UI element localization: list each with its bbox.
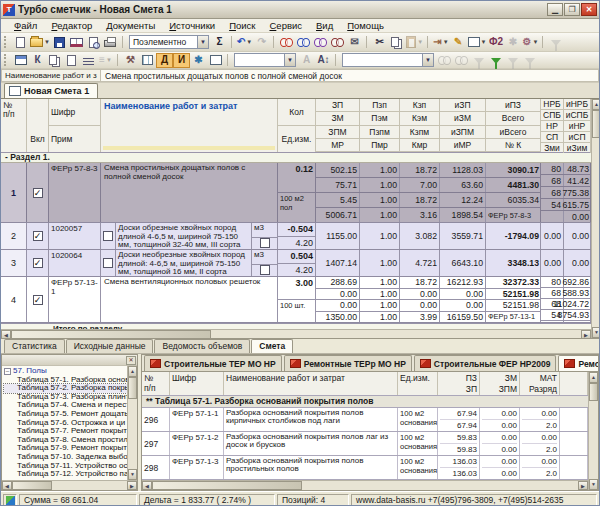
- estimate-row[interactable]: 1✓ФЕРр 57-8-3Смена простильных дощатых п…: [1, 163, 591, 223]
- catalog-tab[interactable]: Строительные ФЕР НР2009: [414, 355, 557, 371]
- catalog-row[interactable]: 296ФЕРр 57-1-1Разборка оснований покрыти…: [142, 408, 588, 432]
- toolbar-grip[interactable]: [4, 36, 9, 49]
- copy-icon[interactable]: [388, 35, 405, 50]
- cut-icon[interactable]: ✂: [371, 35, 388, 50]
- search-text-combo[interactable]: ▼: [342, 53, 434, 67]
- new-document-icon[interactable]: [12, 35, 29, 50]
- menu-Сервис[interactable]: Сервис: [262, 19, 309, 32]
- find-down-icon[interactable]: [453, 53, 470, 68]
- filter-check-icon[interactable]: [487, 53, 504, 68]
- scroll-left-icon[interactable]: ◀: [2, 481, 12, 490]
- save-icon[interactable]: [51, 35, 68, 50]
- f2-icon[interactable]: Ф2: [488, 35, 505, 50]
- scroll-left-icon[interactable]: ◀: [1, 330, 11, 338]
- vscroll-thumb[interactable]: [592, 110, 600, 138]
- undo-icon[interactable]: ↶▼: [236, 35, 253, 50]
- coefficients-icon[interactable]: К: [29, 53, 46, 68]
- filter-x2-icon[interactable]: [521, 53, 538, 68]
- view-tab-Статистика[interactable]: Статистика: [4, 339, 65, 353]
- find-up-icon[interactable]: [436, 53, 453, 68]
- font-icon[interactable]: А: [298, 53, 315, 68]
- mail-icon[interactable]: ✉: [346, 35, 363, 50]
- list-icon[interactable]: ▼: [467, 35, 488, 50]
- view-tab-Ведомость объемов[interactable]: Ведомость объемов: [154, 339, 250, 353]
- view-mode-combo[interactable]: Поэлементно▼: [129, 35, 209, 49]
- hscroll-thumb[interactable]: [152, 481, 302, 490]
- estimate-row[interactable]: 3✓1020064Доски необрезные хвойных пород …: [1, 250, 591, 277]
- scroll-down-icon[interactable]: ▼: [589, 479, 598, 490]
- close-button[interactable]: ✕: [581, 3, 597, 16]
- vscroll-thumb[interactable]: [589, 383, 598, 401]
- menu-Поиск[interactable]: Поиск: [222, 19, 262, 32]
- find-replace-icon[interactable]: [312, 35, 329, 50]
- material-checkbox[interactable]: [103, 258, 113, 268]
- catalog-row[interactable]: 297ФЕРр 57-1-2Разборка оснований покрыти…: [142, 432, 588, 456]
- menu-Помощь[interactable]: Помощь: [340, 19, 391, 32]
- unit-checkbox[interactable]: [260, 238, 270, 248]
- filter-x-icon[interactable]: [504, 53, 521, 68]
- search-code-combo[interactable]: ▼: [234, 53, 296, 67]
- catalog-group-row[interactable]: ** Таблица 57-1. Разборка оснований покр…: [142, 396, 588, 408]
- open-document-icon[interactable]: ▼: [29, 35, 51, 50]
- collapse-icon[interactable]: –: [4, 368, 11, 375]
- print-icon[interactable]: [102, 35, 119, 50]
- section-row[interactable]: - Раздел 1.: [1, 153, 591, 163]
- table-view-icon[interactable]: [207, 53, 224, 68]
- print-preview-icon[interactable]: [85, 35, 102, 50]
- menu-Редактор[interactable]: Редактор: [44, 19, 99, 32]
- estimate-row[interactable]: 2✓1020057Доски обрезные хвойных пород дл…: [1, 223, 591, 250]
- structure-icon[interactable]: [80, 53, 97, 68]
- group-icon[interactable]: ⚙▼: [522, 35, 540, 50]
- hscroll-thumb[interactable]: [12, 481, 52, 490]
- catalog-tab[interactable]: Ремонтные ФЕРр НР2009: [558, 355, 598, 371]
- sum-icon[interactable]: Σ: [211, 35, 228, 50]
- tree-vscrollbar[interactable]: ▲ ▼: [127, 366, 137, 480]
- scroll-up-icon[interactable]: ▲: [128, 366, 137, 377]
- scroll-right-icon[interactable]: ▶: [578, 481, 588, 490]
- hscroll-thumb[interactable]: [11, 330, 211, 338]
- chevron-down-icon[interactable]: ▼: [284, 54, 295, 66]
- menu-Файл[interactable]: Файл: [7, 19, 44, 32]
- chevron-down-icon[interactable]: ▼: [422, 54, 433, 66]
- scroll-up-icon[interactable]: ▲: [592, 99, 600, 110]
- columns-icon[interactable]: [139, 53, 156, 68]
- redo-icon[interactable]: ↷: [253, 35, 270, 50]
- view-tab-Смета[interactable]: Смета: [251, 339, 293, 353]
- find-code-icon[interactable]: [278, 35, 295, 50]
- catalog-tab[interactable]: Ремонтные ТЕРр МО НР: [284, 355, 412, 371]
- filter-main-icon[interactable]: [547, 35, 564, 50]
- tree-item[interactable]: Таблица 57-12. Устройство па: [4, 470, 127, 479]
- scroll-down-icon[interactable]: ▼: [592, 327, 600, 338]
- scroll-down-icon[interactable]: ▼: [128, 469, 137, 480]
- insert-position-icon[interactable]: ⇥▼: [432, 35, 449, 50]
- menu-Вид[interactable]: Вид: [309, 19, 340, 32]
- estimate-grid-vscrollbar[interactable]: ▲ ▼: [591, 99, 600, 338]
- wizard-icon[interactable]: ✱: [190, 53, 207, 68]
- view-tab-Исходные данные[interactable]: Исходные данные: [66, 339, 154, 353]
- scroll-up-icon[interactable]: ▲: [589, 372, 598, 383]
- vscroll-thumb[interactable]: [128, 377, 137, 399]
- filter-clear-icon[interactable]: [470, 53, 487, 68]
- find-resource-icon[interactable]: [329, 35, 346, 50]
- menu-Документы[interactable]: Документы: [99, 19, 162, 32]
- additions-toggle[interactable]: Д: [156, 53, 173, 68]
- estimate-row[interactable]: 4✓ФЕРр 57-13-1Смена вентиляционных полов…: [1, 277, 591, 323]
- include-checkbox[interactable]: ✓: [33, 295, 43, 305]
- include-checkbox[interactable]: ✓: [33, 258, 43, 268]
- sort-icon[interactable]: А↕: [315, 53, 332, 68]
- material-checkbox[interactable]: [103, 231, 113, 241]
- catalog-row[interactable]: 298ФЕРр 57-1-3Разборка оснований покрыти…: [142, 456, 588, 480]
- paste-icon[interactable]: ▼: [405, 35, 424, 50]
- pages-icon[interactable]: [63, 53, 80, 68]
- include-checkbox[interactable]: ✓: [33, 231, 43, 241]
- menu-Источники[interactable]: Источники: [162, 19, 222, 32]
- estimate-grid-hscrollbar[interactable]: ◀ ▶: [1, 329, 591, 338]
- levels-icon[interactable]: ≡▼: [97, 53, 114, 68]
- toolbar-grip[interactable]: [4, 54, 9, 65]
- resource-view-icon[interactable]: [46, 53, 63, 68]
- find-name-icon[interactable]: [295, 35, 312, 50]
- catalog-vscrollbar[interactable]: ▲ ▼: [588, 372, 598, 490]
- catalog-book-icon[interactable]: [68, 35, 85, 50]
- unit-checkbox[interactable]: [260, 265, 270, 275]
- catalog-hscrollbar[interactable]: ◀ ▶: [142, 480, 588, 490]
